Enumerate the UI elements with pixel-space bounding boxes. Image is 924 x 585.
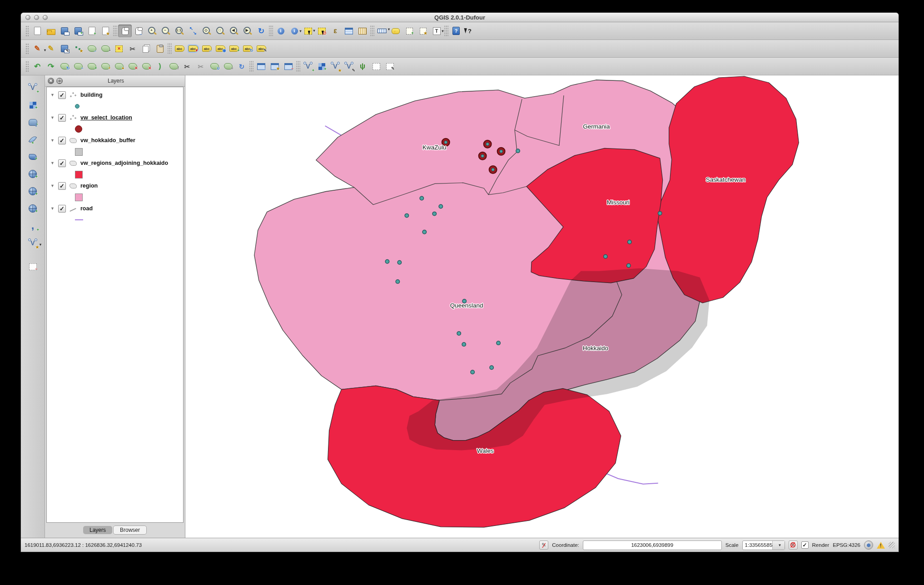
rotate-point-symbols-button[interactable]: ↻ xyxy=(235,60,248,73)
crs-status-icon[interactable]: ⊕ xyxy=(864,540,873,550)
map-tips-button[interactable] xyxy=(389,25,402,37)
redo-button[interactable]: ↷ xyxy=(44,60,58,73)
refresh-button[interactable]: ↻ xyxy=(254,25,268,37)
add-ring-button[interactable]: + xyxy=(85,60,99,73)
chevron-down-icon[interactable]: ▼ xyxy=(50,138,55,143)
open-project-button[interactable] xyxy=(44,25,58,37)
new-bookmark-button[interactable]: + xyxy=(402,25,416,37)
messages-warning-icon[interactable]: ! xyxy=(877,542,885,549)
label-properties-button[interactable]: abc✎ xyxy=(254,42,268,55)
run-feature-action-button[interactable]: i▾ xyxy=(288,25,301,37)
composer-manager-button[interactable]: ★ xyxy=(99,25,112,37)
layer-item-road[interactable]: ▼ ✓ road xyxy=(47,203,183,214)
toggle-editing-button[interactable]: ✎ xyxy=(44,42,58,55)
simplify-feature-button[interactable]: ~ xyxy=(71,60,85,73)
split-parts-button[interactable]: ✂ xyxy=(194,60,208,73)
current-edits-button[interactable]: ✎▾ xyxy=(30,42,44,55)
new-print-composer-button[interactable]: + xyxy=(85,25,99,37)
add-grid-layer-button[interactable]: + xyxy=(315,60,328,73)
layer-item-vw-regions-adjoining-hokkaido[interactable]: ▼ ✓ vw_regions_adjoining_hokkaido xyxy=(47,157,183,169)
zoom-out-button[interactable]: − xyxy=(159,25,173,37)
move-label-button[interactable]: abc↔ xyxy=(200,42,214,55)
layer-visibility-checkbox[interactable]: ✓ xyxy=(58,137,66,144)
delete-ring-button[interactable]: ✕ xyxy=(126,60,139,73)
delete-part-button[interactable]: ✕ xyxy=(139,60,153,73)
fill-ring-button[interactable]: ● xyxy=(112,60,126,73)
scale-combo[interactable]: 1:33565585 ▼ xyxy=(742,540,785,550)
add-delimited-text-layer-button[interactable]: ,+ xyxy=(25,217,40,234)
chevron-down-icon[interactable]: ▼ xyxy=(50,206,55,211)
toggle-extents-icon[interactable]: ✎∕ xyxy=(539,540,548,550)
grass-tools-button[interactable]: ψ xyxy=(356,60,369,73)
node-edit-button[interactable]: V✎ xyxy=(342,60,356,73)
pan-map-button[interactable] xyxy=(118,25,132,37)
resize-grip[interactable] xyxy=(889,542,895,548)
select-features-button[interactable]: ▾ xyxy=(301,25,315,37)
titlebar[interactable]: QGIS 2.0.1-Dufour xyxy=(21,13,899,22)
new-shapefile-layer-button[interactable]: V★▾ xyxy=(25,234,40,252)
undo-button[interactable]: ↶ xyxy=(30,60,44,73)
add-mssql-layer-button[interactable]: + xyxy=(25,148,40,165)
layer-visibility-checkbox[interactable]: ✓ xyxy=(58,114,66,122)
label-button[interactable]: abc▼ xyxy=(186,42,200,55)
add-raster-layer-button[interactable]: + xyxy=(25,96,40,114)
chevron-down-icon[interactable]: ▼ xyxy=(50,183,55,188)
grass-region-button[interactable] xyxy=(369,60,383,73)
tab-browser[interactable]: Browser xyxy=(113,526,147,535)
chevron-down-icon[interactable]: ▼ xyxy=(50,93,55,97)
zoom-in-button[interactable]: + xyxy=(145,25,159,37)
add-vector-layer-button[interactable]: V+ xyxy=(25,79,40,96)
show-bookmarks-button[interactable]: ★ xyxy=(416,25,430,37)
node-star-button[interactable]: V★ xyxy=(328,60,342,73)
zoom-last-button[interactable]: ◀ xyxy=(227,25,241,37)
layer-item-building[interactable]: ▼ ✓ building xyxy=(47,89,183,101)
rotate-label-button[interactable]: abc↻ xyxy=(241,42,254,55)
layer-item-vw-hokkaido-buffer[interactable]: ▼ ✓ vw_hokkaido_buffer xyxy=(47,134,183,146)
add-nodes-layer-button[interactable]: V+ xyxy=(301,60,315,73)
map-canvas[interactable]: KwaZuluGermaniaSaskatchewanMissouriQueen… xyxy=(185,75,899,538)
zoom-full-button[interactable] xyxy=(186,25,200,37)
open-attribute-table-button[interactable] xyxy=(342,25,356,37)
new-project-button[interactable] xyxy=(30,25,44,37)
table-star-button[interactable]: ★ xyxy=(268,60,282,73)
paste-features-button[interactable] xyxy=(153,42,167,55)
add-part-button[interactable]: + xyxy=(99,60,112,73)
grass-edit-region-button[interactable]: ✎ xyxy=(383,60,397,73)
table-anchor-button[interactable]: ↓ xyxy=(254,60,268,73)
rotate-features-button[interactable]: ↻ xyxy=(58,60,71,73)
zoom-to-selection-button[interactable]: ◇ xyxy=(200,25,214,37)
move-feature-button[interactable]: → xyxy=(85,42,99,55)
identify-features-button[interactable]: i xyxy=(274,25,288,37)
select-by-expression-button[interactable]: ε xyxy=(328,25,342,37)
cut-features-button[interactable]: ✂ xyxy=(126,42,139,55)
chevron-down-icon[interactable]: ▼ xyxy=(772,541,784,550)
offset-curve-button[interactable]: ) xyxy=(153,60,167,73)
table-remove-button[interactable]: − xyxy=(282,60,295,73)
add-postgis-layer-button[interactable]: + xyxy=(25,114,40,131)
add-wfs-layer-button[interactable]: + xyxy=(25,200,40,217)
save-project-as-button[interactable]: + xyxy=(71,25,85,37)
whats-this-button[interactable]: ? xyxy=(463,25,477,37)
reshape-features-button[interactable]: / xyxy=(167,60,180,73)
node-tool-button[interactable]: • xyxy=(99,42,112,55)
render-checkbox[interactable]: ✓ xyxy=(801,541,809,549)
remove-layer-button[interactable]: − xyxy=(25,258,40,275)
layer-labeling-options-button[interactable]: abc xyxy=(173,42,186,55)
layer-item-region[interactable]: ▼ ✓ region xyxy=(47,180,183,192)
merge-attributes-button[interactable]: ≡ xyxy=(221,60,235,73)
layer-visibility-checkbox[interactable]: ✓ xyxy=(58,91,66,99)
coordinate-input[interactable] xyxy=(583,540,722,550)
layer-visibility-checkbox[interactable]: ✓ xyxy=(58,205,66,213)
deselect-all-button[interactable]: ∅ xyxy=(315,25,328,37)
change-label-button[interactable]: abc+ xyxy=(227,42,241,55)
layer-visibility-checkbox[interactable]: ✓ xyxy=(58,182,66,190)
copy-features-button[interactable] xyxy=(139,42,153,55)
split-features-button[interactable]: ✂ xyxy=(180,60,194,73)
tab-layers[interactable]: Layers xyxy=(83,526,112,534)
show-hide-labels-button[interactable]: abc◉ xyxy=(214,42,227,55)
chevron-down-icon[interactable]: ▼ xyxy=(50,115,55,120)
pan-to-selection-button[interactable]: ↔ xyxy=(132,25,145,37)
float-dock-icon[interactable] xyxy=(56,78,63,84)
add-spatialite-layer-button[interactable]: + xyxy=(25,131,40,148)
save-layer-edits-button[interactable]: ✎ xyxy=(58,42,71,55)
